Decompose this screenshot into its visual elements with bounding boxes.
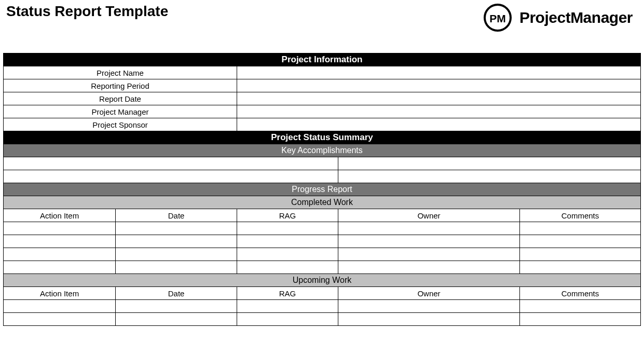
work-row (4, 235, 641, 248)
page-header: Status Report Template PM ProjectManager (3, 3, 641, 32)
cell-action[interactable] (4, 300, 116, 313)
column-header-row: Action Item Date RAG Owner Comments (4, 287, 641, 300)
col-comments: Comments (520, 209, 641, 222)
accomplishment-cell[interactable] (338, 157, 641, 170)
accomplishment-cell[interactable] (4, 157, 338, 170)
info-label: Project Sponsor (4, 118, 237, 131)
cell-action[interactable] (4, 222, 116, 235)
cell-date[interactable] (116, 248, 237, 261)
col-action-item: Action Item (4, 287, 116, 300)
info-label: Project Manager (4, 105, 237, 118)
section-completed-work: Completed Work (4, 196, 641, 209)
cell-rag[interactable] (237, 235, 338, 248)
info-row: Project Sponsor (4, 118, 641, 131)
cell-rag[interactable] (237, 300, 338, 313)
cell-owner[interactable] (338, 261, 520, 274)
cell-comments[interactable] (520, 248, 641, 261)
page-title: Status Report Template (6, 3, 168, 20)
info-row: Report Date (4, 92, 641, 105)
work-row (4, 222, 641, 235)
cell-date[interactable] (116, 261, 237, 274)
cell-date[interactable] (116, 313, 237, 326)
cell-comments[interactable] (520, 300, 641, 313)
section-progress-report: Progress Report (4, 183, 641, 196)
info-value[interactable] (237, 66, 641, 79)
cell-rag[interactable] (237, 313, 338, 326)
info-value[interactable] (237, 92, 641, 105)
svg-text:PM: PM (489, 12, 506, 24)
work-row (4, 261, 641, 274)
col-owner: Owner (338, 287, 520, 300)
cell-comments[interactable] (520, 222, 641, 235)
info-label: Project Name (4, 66, 237, 79)
column-header-row: Action Item Date RAG Owner Comments (4, 209, 641, 222)
work-row (4, 248, 641, 261)
cell-owner[interactable] (338, 248, 520, 261)
info-row: Project Manager (4, 105, 641, 118)
col-comments: Comments (520, 287, 641, 300)
pm-logo-icon: PM (483, 3, 512, 32)
section-project-info: Project Information (4, 53, 641, 66)
col-rag: RAG (237, 209, 338, 222)
cell-comments[interactable] (520, 313, 641, 326)
info-row: Project Name (4, 66, 641, 79)
col-date: Date (116, 209, 237, 222)
cell-owner[interactable] (338, 235, 520, 248)
section-upcoming-work: Upcoming Work (4, 274, 641, 287)
cell-action[interactable] (4, 235, 116, 248)
accomplishment-row (4, 157, 641, 170)
section-status-summary: Project Status Summary (4, 131, 641, 144)
work-row (4, 313, 641, 326)
info-row: Reporting Period (4, 79, 641, 92)
cell-rag[interactable] (237, 261, 338, 274)
accomplishment-cell[interactable] (338, 170, 641, 183)
cell-action[interactable] (4, 261, 116, 274)
cell-date[interactable] (116, 235, 237, 248)
cell-rag[interactable] (237, 248, 338, 261)
cell-action[interactable] (4, 313, 116, 326)
cell-owner[interactable] (338, 313, 520, 326)
col-date: Date (116, 287, 237, 300)
section-key-accomplishments: Key Accomplishments (4, 144, 641, 157)
status-report-table: Project Information Project Name Reporti… (3, 53, 641, 326)
cell-action[interactable] (4, 248, 116, 261)
info-value[interactable] (237, 105, 641, 118)
accomplishment-cell[interactable] (4, 170, 338, 183)
work-row (4, 300, 641, 313)
brand-logo: PM ProjectManager (483, 3, 633, 32)
cell-date[interactable] (116, 222, 237, 235)
cell-rag[interactable] (237, 222, 338, 235)
info-value[interactable] (237, 79, 641, 92)
col-rag: RAG (237, 287, 338, 300)
col-owner: Owner (338, 209, 520, 222)
cell-comments[interactable] (520, 235, 641, 248)
cell-date[interactable] (116, 300, 237, 313)
cell-owner[interactable] (338, 300, 520, 313)
info-label: Report Date (4, 92, 237, 105)
brand-name: ProjectManager (519, 9, 633, 26)
info-label: Reporting Period (4, 79, 237, 92)
info-value[interactable] (237, 118, 641, 131)
cell-owner[interactable] (338, 222, 520, 235)
col-action-item: Action Item (4, 209, 116, 222)
cell-comments[interactable] (520, 261, 641, 274)
accomplishment-row (4, 170, 641, 183)
